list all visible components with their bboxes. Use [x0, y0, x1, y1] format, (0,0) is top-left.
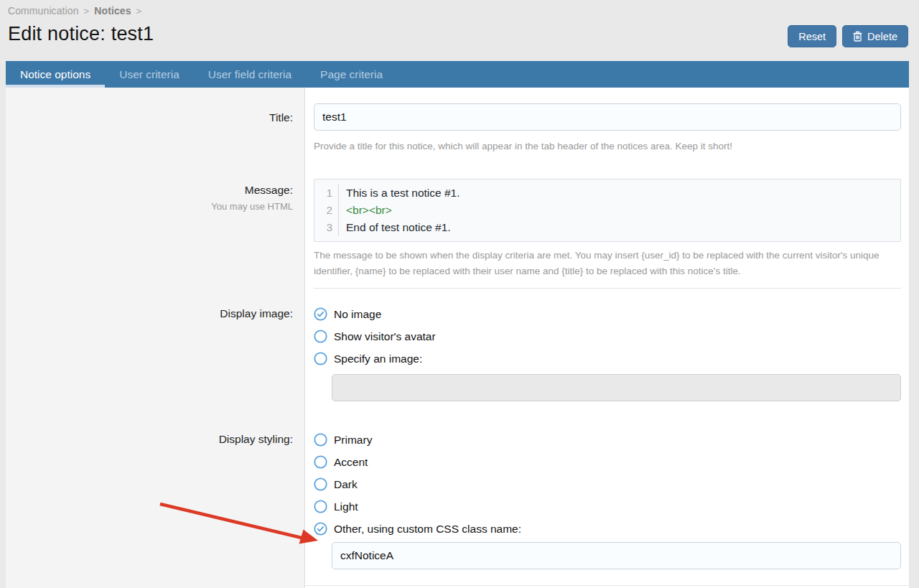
- image-url-input[interactable]: [332, 374, 901, 401]
- breadcrumb-separator-icon: >: [136, 6, 142, 17]
- title-help-text: Provide a title for this notice, which w…: [314, 139, 901, 153]
- title-input[interactable]: [314, 103, 901, 131]
- radio-selected-icon: [314, 522, 327, 536]
- radio-unselected-icon: [314, 455, 327, 469]
- radio-unselected-icon: [314, 352, 327, 365]
- radio-unselected-icon: [314, 500, 327, 513]
- custom-css-class-input[interactable]: [332, 542, 901, 569]
- radio-light[interactable]: Light: [314, 495, 901, 518]
- section-divider: [314, 288, 901, 289]
- radio-no-image[interactable]: No image: [314, 303, 901, 325]
- radio-unselected-icon: [314, 477, 327, 491]
- message-code-lines[interactable]: This is a test notice #1. <br><br> End o…: [339, 185, 460, 236]
- tab-label: Page criteria: [320, 68, 383, 81]
- radio-unselected-icon: [314, 433, 327, 447]
- display-image-row: Display image: No image Show visitor's a…: [6, 303, 909, 401]
- line-number: 1: [314, 185, 332, 202]
- radio-unselected-icon: [314, 330, 327, 343]
- tab-label: Notice options: [20, 68, 90, 81]
- reset-button-label: Reset: [798, 31, 826, 42]
- breadcrumb: Communication>Notices>: [8, 5, 908, 17]
- radio-label: No image: [334, 308, 381, 321]
- breadcrumb-communication[interactable]: Communication: [8, 5, 79, 17]
- message-label: Message:: [6, 183, 293, 197]
- delete-button-label: Delete: [867, 31, 897, 42]
- notice-options-panel: Title: Provide a title for this notice, …: [6, 88, 909, 588]
- message-label-block: Message: You may use HTML: [6, 179, 305, 289]
- page-header: Communication>Notices> Edit notice: test…: [0, 0, 919, 61]
- radio-label: Dark: [334, 478, 358, 491]
- delete-button[interactable]: Delete: [842, 25, 908, 47]
- title-row: Title: Provide a title for this notice, …: [6, 88, 909, 153]
- tab-page-criteria[interactable]: Page criteria: [306, 61, 397, 88]
- tab-label: User field criteria: [208, 68, 291, 81]
- breadcrumb-notices[interactable]: Notices: [94, 5, 131, 17]
- line-number: 2: [314, 202, 332, 219]
- radio-specify-an-image[interactable]: Specify an image:: [314, 347, 901, 370]
- radio-label: Other, using custom CSS class name:: [334, 523, 521, 536]
- tab-user-field-criteria[interactable]: User field criteria: [194, 61, 306, 88]
- line-number: 3: [314, 219, 332, 236]
- breadcrumb-separator-icon: >: [84, 6, 90, 17]
- radio-selected-icon: [314, 307, 327, 321]
- radio-label: Specify an image:: [334, 353, 422, 365]
- radio-label: Primary: [334, 434, 372, 447]
- code-line: <br><br>: [346, 202, 460, 219]
- title-label: Title:: [6, 103, 305, 153]
- display-styling-label: Display styling:: [6, 429, 305, 569]
- display-styling-row: Display styling: Primary Accent Dark: [6, 429, 909, 569]
- tab-label: User criteria: [119, 68, 179, 81]
- message-sublabel: You may use HTML: [6, 200, 293, 214]
- radio-show-visitors-avatar[interactable]: Show visitor's avatar: [314, 325, 901, 347]
- code-line: End of test notice #1.: [346, 219, 460, 236]
- message-row: Message: You may use HTML 1 2 3 This is …: [6, 179, 909, 289]
- panel-bottom-divider: [306, 585, 909, 586]
- radio-dark[interactable]: Dark: [314, 473, 901, 495]
- page-title: Edit notice: test1: [8, 23, 908, 45]
- radio-accent[interactable]: Accent: [314, 451, 901, 473]
- radio-other-custom-css[interactable]: Other, using custom CSS class name:: [314, 518, 901, 540]
- trash-icon: [853, 31, 862, 42]
- tab-notice-options[interactable]: Notice options: [6, 61, 105, 88]
- radio-primary[interactable]: Primary: [314, 429, 901, 451]
- radio-label: Accent: [334, 456, 368, 469]
- message-help-text: The message to be shown when the display…: [314, 248, 899, 279]
- tab-user-criteria[interactable]: User criteria: [105, 61, 194, 88]
- line-number-gutter: 1 2 3: [314, 185, 339, 236]
- tab-bar: Notice options User criteria User field …: [6, 61, 909, 88]
- radio-label: Light: [334, 500, 358, 513]
- display-image-label: Display image:: [6, 303, 305, 401]
- code-line: This is a test notice #1.: [346, 185, 460, 202]
- reset-button[interactable]: Reset: [788, 25, 836, 47]
- message-code-editor[interactable]: 1 2 3 This is a test notice #1. <br><br>…: [314, 179, 901, 242]
- radio-label: Show visitor's avatar: [334, 330, 436, 343]
